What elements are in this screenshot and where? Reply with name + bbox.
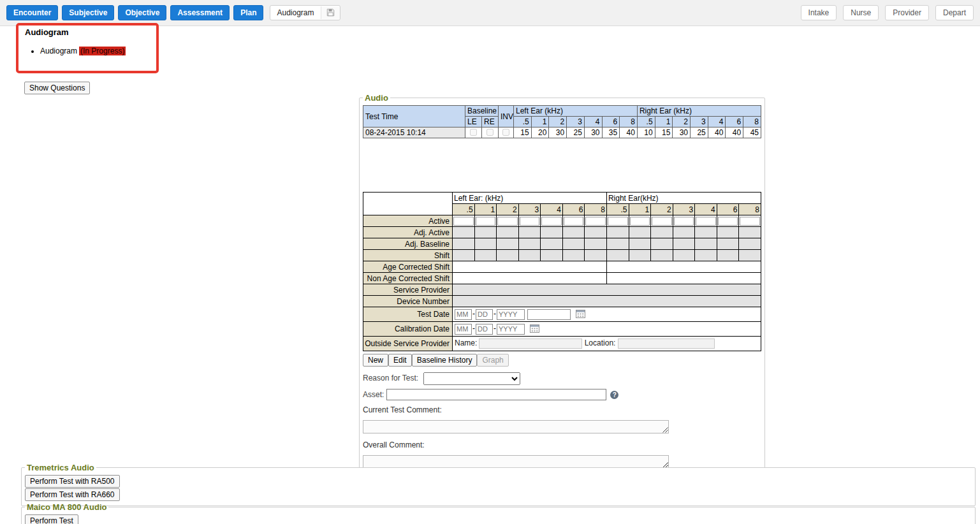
freq-header: .5 — [514, 117, 532, 127]
calendar-icon[interactable] — [576, 311, 585, 320]
shift-cell — [695, 250, 717, 261]
calendar-icon[interactable] — [530, 326, 539, 335]
audio-section-legend: Audio — [363, 93, 390, 103]
adj-active-cell — [651, 227, 673, 238]
adj-active-cell — [739, 227, 761, 238]
service-provider-field — [453, 284, 761, 296]
test-date-dd-input[interactable] — [476, 309, 493, 320]
asset-row: Asset: ? — [363, 389, 761, 400]
adj-baseline-row: Adj. Baseline — [363, 238, 761, 250]
shift-cell — [474, 250, 497, 261]
adj-baseline-cell — [629, 238, 651, 250]
help-icon[interactable]: ? — [610, 391, 618, 399]
audiogram-tab[interactable]: Audiogram — [270, 5, 340, 20]
active-threshold-input[interactable] — [585, 217, 606, 226]
freq-header: 8 — [620, 117, 638, 127]
calibration-date-yyyy-input[interactable] — [497, 324, 525, 335]
stage-intake-button[interactable]: Intake — [801, 5, 837, 20]
active-cell — [606, 215, 629, 227]
active-threshold-input[interactable] — [453, 217, 474, 226]
row-label-service-provider: Service Provider — [363, 284, 453, 296]
right-value-cell: 40 — [726, 127, 743, 138]
show-questions-button[interactable]: Show Questions — [24, 82, 90, 94]
active-threshold-input[interactable] — [476, 217, 496, 226]
active-threshold-input[interactable] — [564, 217, 584, 226]
adj-active-cell — [673, 227, 695, 238]
adj-baseline-cell — [651, 238, 673, 250]
age-corrected-right-cell — [606, 261, 761, 273]
active-threshold-input[interactable] — [718, 217, 738, 226]
maico-perform-test-button[interactable]: Perform Test — [25, 514, 78, 524]
adj-baseline-cell — [518, 238, 541, 250]
active-threshold-input[interactable] — [652, 217, 672, 226]
shift-cell — [453, 250, 475, 261]
row-label-outside-service-provider: Outside Service Provider — [363, 337, 453, 351]
stage-provider-button[interactable]: Provider — [885, 5, 929, 20]
stage-nurse-button[interactable]: Nurse — [843, 5, 879, 20]
active-threshold-input[interactable] — [674, 217, 694, 226]
freq-header: 4 — [708, 117, 726, 127]
shift-cell — [629, 250, 651, 261]
freq-header: 2 — [651, 204, 673, 215]
freq-header: .5 — [637, 117, 655, 127]
nav-encounter-button[interactable]: Encounter — [6, 5, 58, 20]
asset-label: Asset: — [363, 390, 384, 399]
active-threshold-input[interactable] — [740, 217, 760, 226]
active-threshold-input[interactable] — [541, 217, 562, 226]
test-date-extra-input[interactable] — [527, 309, 571, 320]
left-value-cell: 20 — [531, 127, 549, 138]
current-test-comment-label: Current Test Comment: — [363, 405, 761, 414]
outside-name-input[interactable] — [479, 338, 582, 349]
outside-location-input[interactable] — [618, 338, 715, 349]
new-button[interactable]: New — [363, 354, 388, 367]
freq-header: 3 — [518, 204, 541, 215]
save-icon[interactable] — [321, 6, 340, 19]
active-threshold-input[interactable] — [630, 217, 650, 226]
test-date-mm-input[interactable] — [455, 309, 472, 320]
date-separator: - — [472, 324, 475, 333]
freq-header: 1 — [629, 204, 651, 215]
calibration-date-dd-input[interactable] — [476, 324, 493, 335]
freq-header: 1 — [655, 117, 673, 127]
active-threshold-input[interactable] — [608, 217, 628, 226]
current-test-comment-textarea[interactable] — [363, 420, 669, 433]
active-cell — [629, 215, 651, 227]
maico-audio-legend: Maico MA 800 Audio — [25, 502, 108, 512]
asset-input[interactable] — [386, 389, 606, 400]
calibration-date-row: Calibration Date -- — [363, 322, 761, 337]
calibration-date-mm-input[interactable] — [455, 324, 472, 335]
test-date-field: -- — [453, 307, 761, 322]
corner-cell — [363, 193, 453, 215]
reason-for-test-row: Reason for Test: — [363, 372, 761, 385]
entry-col-left-ear: Left Ear: (kHz) — [453, 193, 607, 204]
nav-objective-button[interactable]: Objective — [118, 5, 166, 20]
audiogram-checklist: Audiogram(In Progress) — [18, 47, 156, 55]
active-threshold-input[interactable] — [696, 217, 716, 226]
nav-assessment-button[interactable]: Assessment — [170, 5, 230, 20]
reason-for-test-select[interactable] — [423, 372, 520, 385]
stage-depart-button[interactable]: Depart — [935, 5, 974, 20]
nav-subjective-button[interactable]: Subjective — [62, 5, 114, 20]
shift-cell — [651, 250, 673, 261]
freq-header: 6 — [602, 117, 620, 127]
active-threshold-input[interactable] — [497, 217, 518, 226]
test-date-yyyy-input[interactable] — [497, 309, 525, 320]
row-label-test-date: Test Date — [363, 307, 453, 322]
right-value-cell: 45 — [743, 127, 761, 138]
left-value-cell: 15 — [514, 127, 532, 138]
active-threshold-input[interactable] — [520, 217, 540, 226]
adj-active-cell — [562, 227, 585, 238]
audio-section: Audio Test Time Baseline INV Left Ear (k… — [359, 93, 765, 475]
adj-baseline-cell — [606, 238, 629, 250]
edit-button[interactable]: Edit — [388, 354, 412, 367]
freq-header: 4 — [584, 117, 602, 127]
perform-test-ra660-button[interactable]: Perform Test with RA660 — [25, 488, 120, 501]
freq-header: 3 — [691, 117, 708, 127]
active-cell — [695, 215, 717, 227]
active-cell — [474, 215, 497, 227]
nav-plan-button[interactable]: Plan — [233, 5, 263, 20]
date-separator: - — [494, 324, 496, 333]
baseline-history-button[interactable]: Baseline History — [412, 354, 478, 367]
perform-test-ra500-button[interactable]: Perform Test with RA500 — [25, 475, 120, 488]
checklist-item: Audiogram(In Progress) — [40, 47, 156, 55]
